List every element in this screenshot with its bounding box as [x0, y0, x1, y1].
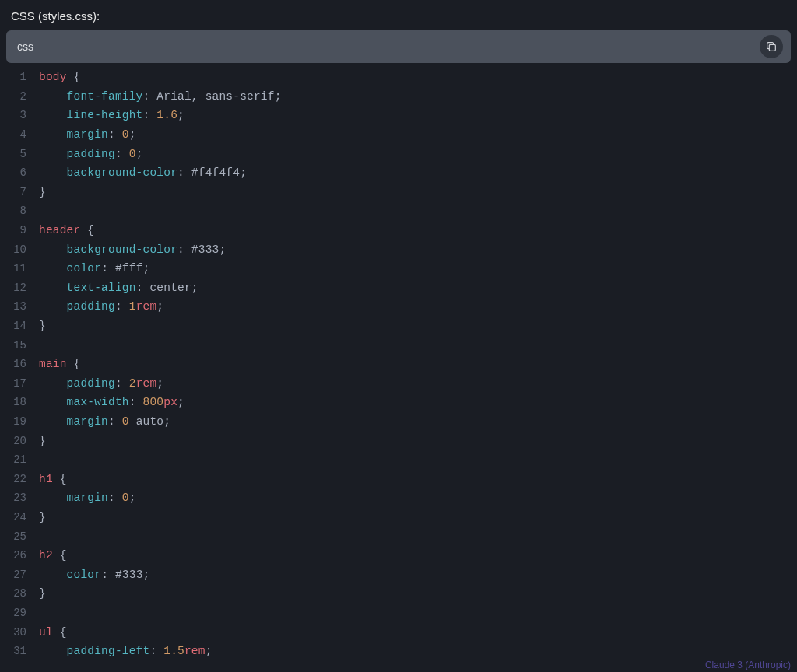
- code-editor[interactable]: 1body {2 font-family: Arial, sans-serif;…: [0, 63, 797, 660]
- line-number: 22: [0, 473, 39, 485]
- code-line[interactable]: 24}: [0, 508, 797, 527]
- code-line[interactable]: 5 padding: 0;: [0, 144, 797, 163]
- line-number: 26: [0, 549, 39, 562]
- line-number: 18: [0, 396, 39, 408]
- line-number: 21: [0, 453, 39, 466]
- code-line[interactable]: 8: [0, 201, 797, 221]
- code-content: }: [39, 320, 46, 332]
- code-line[interactable]: 3 line-height: 1.6;: [0, 106, 797, 125]
- line-number: 31: [0, 645, 39, 657]
- code-line[interactable]: 18 max-width: 800px;: [0, 393, 797, 412]
- svg-rect-0: [769, 44, 775, 51]
- line-number: 25: [0, 530, 39, 543]
- code-content: background-color: #f4f4f4;: [39, 166, 247, 179]
- code-line[interactable]: 29: [0, 604, 797, 623]
- copy-icon: [765, 40, 778, 53]
- code-line[interactable]: 20}: [0, 431, 797, 450]
- code-line[interactable]: 25: [0, 527, 797, 546]
- code-line[interactable]: 11 color: #fff;: [0, 259, 797, 278]
- code-line[interactable]: 30ul {: [0, 622, 797, 642]
- line-number: 14: [0, 320, 39, 332]
- code-line[interactable]: 15: [0, 335, 797, 355]
- line-number: 10: [0, 243, 39, 256]
- code-line[interactable]: 6 background-color: #f4f4f4;: [0, 163, 797, 183]
- code-line[interactable]: 13 padding: 1rem;: [0, 297, 797, 317]
- line-number: 1: [0, 71, 39, 83]
- line-number: 11: [0, 262, 39, 275]
- code-content: text-align: center;: [39, 282, 198, 294]
- line-number: 8: [0, 205, 39, 217]
- line-number: 4: [0, 128, 39, 141]
- code-content: padding: 0;: [39, 148, 143, 160]
- line-number: 29: [0, 607, 39, 619]
- line-number: 30: [0, 626, 39, 639]
- code-line[interactable]: 26h2 {: [0, 546, 797, 565]
- line-number: 16: [0, 358, 39, 370]
- code-content: padding: 1rem;: [39, 300, 163, 313]
- line-number: 3: [0, 109, 39, 121]
- line-number: 13: [0, 300, 39, 313]
- code-line[interactable]: 21: [0, 450, 797, 470]
- line-number: 6: [0, 166, 39, 179]
- code-line[interactable]: 4 margin: 0;: [0, 125, 797, 145]
- code-content: margin: 0 auto;: [39, 415, 170, 428]
- code-content: }: [39, 435, 46, 447]
- code-content: padding-left: 1.5rem;: [39, 645, 212, 657]
- code-content: body {: [39, 71, 80, 83]
- code-line[interactable]: 9header {: [0, 221, 797, 240]
- code-content: }: [39, 587, 46, 600]
- code-content: color: #333;: [39, 569, 149, 581]
- code-line[interactable]: 14}: [0, 317, 797, 336]
- code-line[interactable]: 12 text-align: center;: [0, 278, 797, 298]
- code-content: font-family: Arial, sans-serif;: [39, 90, 282, 103]
- code-content: }: [39, 186, 46, 198]
- code-toolbar: css: [6, 30, 791, 63]
- line-number: 15: [0, 339, 39, 352]
- code-line[interactable]: 2 font-family: Arial, sans-serif;: [0, 87, 797, 107]
- code-line[interactable]: 31 padding-left: 1.5rem;: [0, 642, 797, 661]
- code-line[interactable]: 22h1 {: [0, 469, 797, 488]
- line-number: 19: [0, 415, 39, 428]
- code-line[interactable]: 23 margin: 0;: [0, 488, 797, 508]
- code-content: header {: [39, 224, 94, 236]
- code-line[interactable]: 17 padding: 2rem;: [0, 374, 797, 394]
- line-number: 20: [0, 435, 39, 447]
- code-content: max-width: 800px;: [39, 396, 184, 408]
- code-content: background-color: #333;: [39, 243, 226, 256]
- code-content: }: [39, 511, 46, 523]
- code-line[interactable]: 16main {: [0, 355, 797, 374]
- line-number: 2: [0, 90, 39, 103]
- code-content: margin: 0;: [39, 128, 136, 141]
- code-line[interactable]: 1body {: [0, 68, 797, 87]
- code-line[interactable]: 10 background-color: #333;: [0, 240, 797, 259]
- line-number: 7: [0, 186, 39, 198]
- code-content: color: #fff;: [39, 262, 149, 275]
- code-content: main {: [39, 358, 80, 370]
- line-number: 27: [0, 569, 39, 581]
- code-content: ul {: [39, 626, 67, 639]
- copy-button[interactable]: [760, 35, 783, 58]
- line-number: 28: [0, 587, 39, 600]
- line-number: 24: [0, 511, 39, 523]
- code-content: h1 {: [39, 473, 67, 485]
- code-line[interactable]: 19 margin: 0 auto;: [0, 412, 797, 432]
- code-line[interactable]: 27 color: #333;: [0, 565, 797, 584]
- code-line[interactable]: 28}: [0, 584, 797, 604]
- brand-label: Claude 3 (Anthropic): [705, 660, 791, 670]
- line-number: 5: [0, 148, 39, 160]
- code-line[interactable]: 7}: [0, 183, 797, 202]
- code-content: padding: 2rem;: [39, 377, 163, 390]
- line-number: 12: [0, 282, 39, 294]
- code-content: h2 {: [39, 549, 67, 562]
- file-title: CSS (styles.css):: [0, 0, 797, 30]
- line-number: 17: [0, 377, 39, 390]
- line-number: 23: [0, 492, 39, 504]
- line-number: 9: [0, 224, 39, 236]
- code-content: line-height: 1.6;: [39, 109, 184, 121]
- code-content: margin: 0;: [39, 492, 136, 504]
- language-label: css: [17, 40, 33, 53]
